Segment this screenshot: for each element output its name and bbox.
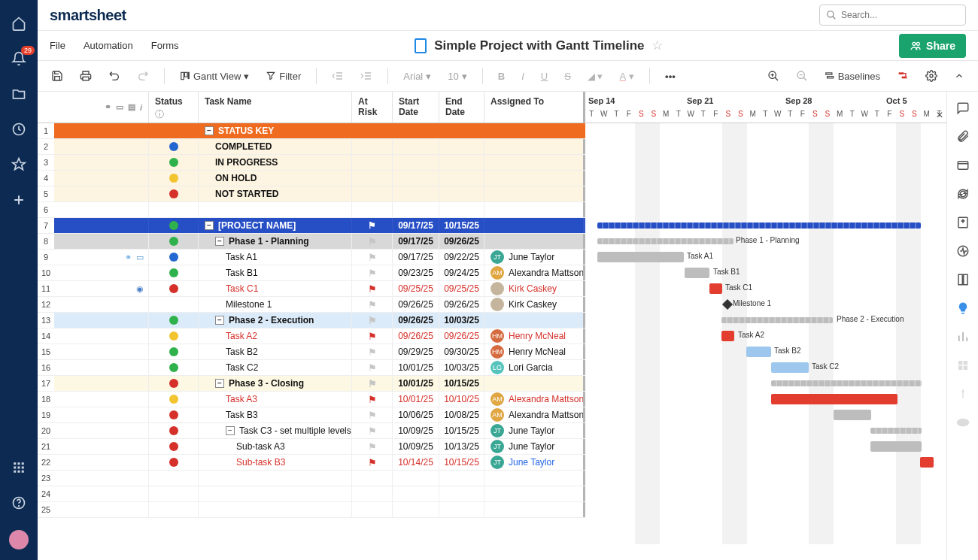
flag-icon[interactable]: ⚑ (368, 252, 377, 263)
start-date[interactable] (393, 186, 439, 201)
more-icon[interactable]: ••• (661, 68, 680, 85)
gantt-bar[interactable] (870, 428, 922, 434)
fontsize-select[interactable]: 10 ▾ (443, 68, 471, 85)
table-row[interactable]: Task B1⚑09/23/2509/24/25AMAlexandra Matt… (54, 265, 585, 281)
pin-icon[interactable] (955, 386, 970, 401)
start-date[interactable]: 09/26/25 (393, 297, 439, 312)
start-date[interactable]: 10/06/25 (393, 407, 439, 422)
browse-icon[interactable] (11, 86, 27, 102)
print-icon[interactable] (75, 67, 96, 85)
col-assignee[interactable]: Assigned To (484, 92, 585, 123)
favorite-star-icon[interactable]: ☆ (651, 38, 663, 53)
start-date[interactable] (393, 202, 439, 217)
start-date[interactable] (393, 123, 439, 138)
end-date[interactable]: 10/15/25 (439, 423, 484, 438)
table-row[interactable] (54, 471, 585, 486)
end-date[interactable]: 10/15/25 (439, 376, 484, 391)
table-row[interactable]: Task A3⚑10/01/2510/10/25AMAlexandra Matt… (54, 392, 585, 407)
end-date[interactable]: 10/03/25 (439, 360, 484, 375)
font-select[interactable]: Arial ▾ (399, 68, 436, 85)
search-input[interactable] (841, 10, 959, 20)
row-number[interactable]: 4 (38, 171, 54, 186)
search-box[interactable] (819, 5, 966, 26)
flag-icon[interactable]: ⚑ (368, 425, 377, 437)
gantt-bar[interactable] (771, 394, 898, 404)
end-date[interactable]: 10/03/25 (439, 313, 484, 328)
table-row[interactable]: ON HOLD (54, 171, 585, 186)
bold-icon[interactable]: B (494, 68, 509, 85)
summary-icon[interactable] (955, 272, 970, 287)
attachments-icon[interactable] (955, 129, 970, 144)
indent-icon[interactable] (356, 67, 377, 85)
table-row[interactable]: ◉Task C1⚑09/25/2509/25/25Kirk Caskey (54, 281, 585, 297)
assistant-icon[interactable] (955, 301, 970, 316)
table-row[interactable]: −Task C3 - set multiple levels⚑10/09/251… (54, 423, 585, 439)
start-date[interactable]: 10/09/25 (393, 423, 439, 438)
col-risk[interactable]: At Risk (352, 92, 393, 123)
status-info-icon[interactable]: ⓘ (155, 108, 164, 121)
end-date[interactable] (439, 486, 484, 501)
end-date[interactable] (439, 186, 484, 201)
row-number[interactable]: 6 (38, 202, 54, 218)
gantt-bar[interactable] (597, 238, 734, 244)
baselines-button[interactable]: Baselines (820, 68, 885, 85)
table-row[interactable]: IN PROGRESS (54, 155, 585, 171)
flag-icon[interactable]: ⚑ (368, 283, 377, 295)
gantt-bar[interactable] (920, 457, 934, 468)
underline-icon[interactable]: U (536, 68, 552, 85)
row-number[interactable]: 1 (38, 123, 54, 139)
attachment-icon[interactable]: ⚭ (125, 253, 132, 262)
end-date[interactable]: 09/24/25 (439, 265, 484, 280)
filter-button[interactable]: Filter (261, 68, 305, 85)
user-avatar[interactable] (9, 530, 29, 549)
gantt-bar[interactable] (597, 252, 684, 262)
start-date[interactable]: 09/17/25 (393, 250, 439, 265)
start-date[interactable]: 09/29/25 (393, 344, 439, 359)
critical-path-icon[interactable] (892, 67, 913, 85)
row-number[interactable]: 15 (38, 344, 54, 360)
sheet-title[interactable]: Simple Project with Gantt Timeline (434, 38, 644, 53)
help-icon[interactable] (11, 495, 27, 511)
flag-icon[interactable]: ⚑ (368, 236, 377, 247)
flag-icon[interactable]: ⚑ (368, 315, 377, 326)
table-row[interactable]: ⚭▭Task A1⚑09/17/2509/22/25JTJune Taylor (54, 250, 585, 265)
row-number[interactable]: 11 (38, 281, 54, 297)
table-row[interactable]: −Phase 3 - Closing⚑10/01/2510/15/25 (54, 376, 585, 392)
row-number[interactable]: 17 (38, 376, 54, 392)
gantt-bar[interactable] (709, 283, 722, 294)
table-row[interactable]: Task B3⚑10/06/2510/08/25AMAlexandra Matt… (54, 407, 585, 423)
table-row[interactable]: −STATUS KEY (54, 123, 585, 139)
view-switcher[interactable]: Gantt View ▾ (175, 68, 254, 85)
row-number[interactable]: 14 (38, 328, 54, 344)
start-date[interactable]: 09/26/25 (393, 328, 439, 344)
flag-icon[interactable]: ⚑ (368, 441, 377, 453)
row-number[interactable]: 25 (38, 502, 54, 518)
start-date[interactable] (393, 471, 439, 486)
comment-icon[interactable]: ▭ (136, 253, 144, 262)
menu-forms[interactable]: Forms (151, 40, 179, 51)
gantt-bar[interactable] (771, 362, 809, 373)
row-number[interactable]: 16 (38, 360, 54, 376)
row-number[interactable]: 5 (38, 186, 54, 202)
update-requests-icon[interactable] (955, 186, 970, 201)
flag-icon[interactable]: ⚑ (368, 220, 376, 231)
row-number[interactable]: 3 (38, 155, 54, 171)
start-date[interactable] (393, 171, 439, 186)
row-number[interactable]: 10 (38, 265, 54, 281)
table-row[interactable]: Sub-task A3⚑10/09/2510/13/25JTJune Taylo… (54, 439, 585, 455)
expand-icon[interactable]: − (205, 221, 214, 230)
end-date[interactable] (439, 155, 484, 170)
outdent-icon[interactable] (327, 67, 348, 85)
row-number[interactable]: 8 (38, 234, 54, 250)
resource-icon[interactable] (955, 358, 970, 373)
gantt-bar[interactable] (721, 331, 734, 341)
end-date[interactable] (439, 139, 484, 154)
row-number[interactable]: 20 (38, 423, 54, 439)
end-date[interactable]: 09/25/25 (439, 281, 484, 296)
start-date[interactable] (393, 139, 439, 154)
info-icon[interactable]: i (140, 103, 142, 112)
end-date[interactable]: 10/15/25 (439, 218, 484, 233)
row-number[interactable]: 13 (38, 313, 54, 328)
gantt-bar[interactable] (597, 222, 921, 229)
undo-icon[interactable] (104, 67, 125, 85)
